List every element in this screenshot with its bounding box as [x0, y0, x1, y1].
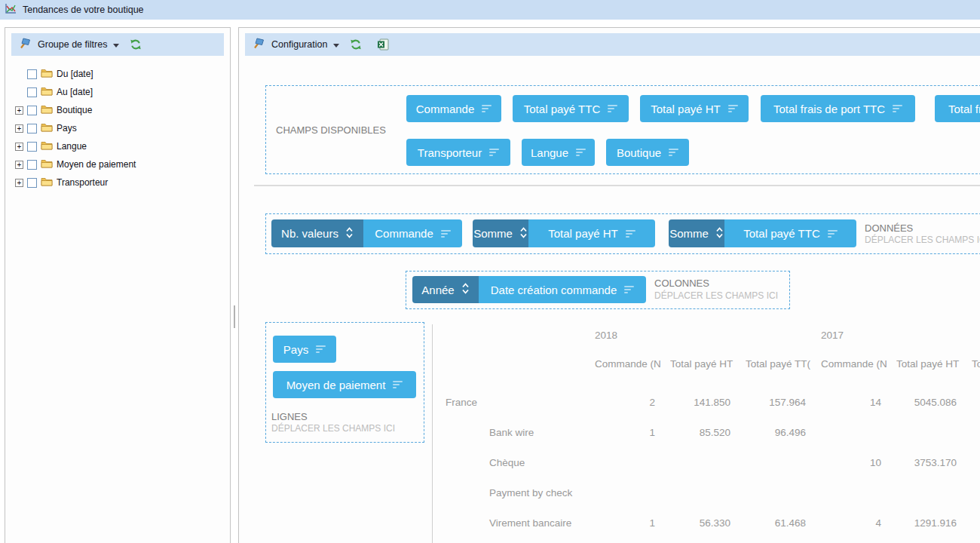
- checkbox[interactable]: [27, 87, 37, 97]
- field-button-boutique[interactable]: Boutique: [606, 139, 689, 166]
- filter-icon[interactable]: [828, 230, 838, 238]
- filter-icon[interactable]: [482, 105, 492, 112]
- filter-icon[interactable]: [316, 345, 326, 353]
- field-segment[interactable]: Total payé HT: [528, 219, 655, 247]
- tree-item-label[interactable]: Moyen de paiement: [57, 159, 136, 170]
- pivot-col-header[interactable]: Commande (N: [821, 358, 896, 370]
- filter-icon[interactable]: [576, 149, 586, 156]
- aggregation-segment[interactable]: Somme: [473, 219, 528, 247]
- checkbox[interactable]: [27, 160, 37, 170]
- aggregation-label: Nb. valeurs: [281, 227, 338, 240]
- filter-icon[interactable]: [489, 149, 499, 156]
- pivot-row-label[interactable]: France: [433, 388, 595, 418]
- pivot-row-label[interactable]: Bank wire: [433, 418, 595, 448]
- field-segment[interactable]: Total payé TTC: [724, 219, 856, 247]
- row-field-pays[interactable]: Pays: [273, 336, 336, 363]
- tree-item-label[interactable]: Du [date]: [57, 69, 93, 79]
- excel-export-button[interactable]: [377, 38, 389, 51]
- pivot-cell: [821, 478, 896, 508]
- column-field-date-creation[interactable]: Année Date création commande: [412, 276, 646, 303]
- filter-icon[interactable]: [441, 230, 451, 238]
- pivot-cell: 141.850: [670, 388, 746, 418]
- tree-item-transporteur[interactable]: Transporteur: [15, 174, 108, 191]
- filters-panel-header: Groupe de filtres: [11, 33, 224, 56]
- pivot-col-header[interactable]: Total payé TT(: [746, 358, 821, 370]
- measure-commande[interactable]: Nb. valeurs Commande: [271, 219, 462, 247]
- tree-item-label[interactable]: Boutique: [57, 105, 92, 115]
- tree-item-au-date[interactable]: Au [date]: [27, 84, 93, 100]
- refresh-icon[interactable]: [350, 38, 362, 51]
- field-button-transporteur[interactable]: Transporteur: [406, 139, 510, 166]
- filter-icon[interactable]: [393, 381, 403, 388]
- sort-updown-icon[interactable]: [345, 226, 354, 241]
- field-button-langue[interactable]: Langue: [522, 139, 595, 166]
- filter-icon[interactable]: [624, 286, 634, 293]
- sort-updown-icon[interactable]: [715, 226, 724, 241]
- field-segment[interactable]: Commande: [363, 219, 462, 247]
- aggregation-segment[interactable]: Somme: [669, 219, 724, 247]
- chevron-down-icon[interactable]: [333, 44, 339, 48]
- pivot-year-group[interactable]: 2017: [821, 330, 844, 341]
- checkbox[interactable]: [27, 124, 37, 133]
- tree-item-label[interactable]: Langue: [57, 141, 87, 152]
- field-button-total-frais-clipped[interactable]: Total fra: [935, 95, 980, 122]
- refresh-icon[interactable]: [130, 38, 142, 51]
- folder-icon: [41, 158, 53, 170]
- pivot-year-group[interactable]: 2018: [595, 330, 617, 341]
- pivot-cell: [896, 478, 972, 508]
- tree-item-du-date[interactable]: Du [date]: [27, 66, 93, 82]
- expand-icon[interactable]: [15, 179, 23, 187]
- columns-zone-label: COLONNES: [654, 278, 709, 289]
- field-button-label: Total frais de port TTC: [773, 103, 885, 115]
- filter-icon[interactable]: [626, 230, 635, 238]
- field-button-total-paye-ttc[interactable]: Total payé TTC: [513, 95, 629, 122]
- tree-item-boutique[interactable]: Boutique: [15, 102, 92, 118]
- pivot-col-header[interactable]: Total payé HT: [670, 358, 746, 370]
- folder-icon: [41, 176, 53, 189]
- pivot-col-header[interactable]: To: [972, 358, 980, 370]
- field-button-total-paye-ht[interactable]: Total payé HT: [640, 95, 749, 122]
- tree-item-label[interactable]: Transporteur: [57, 177, 108, 188]
- aggregation-segment[interactable]: Année: [412, 276, 479, 303]
- measure-total-paye-ht[interactable]: Somme Total payé HT: [473, 219, 655, 247]
- aggregation-label: Somme: [473, 227, 513, 240]
- field-button-total-frais-de-port-ttc[interactable]: Total frais de port TTC: [761, 95, 915, 122]
- tree-item-pays[interactable]: Pays: [15, 120, 77, 137]
- field-button-commande[interactable]: Commande: [406, 95, 501, 122]
- aggregation-segment[interactable]: Nb. valeurs: [271, 219, 363, 247]
- expand-icon[interactable]: [15, 124, 23, 133]
- pivot-row-label[interactable]: Virement bancaire: [433, 508, 595, 538]
- tree-item-moyen-de-paiement[interactable]: Moyen de paiement: [15, 156, 136, 173]
- field-label: Commande: [375, 227, 433, 240]
- pivot-cell: 1: [595, 418, 670, 448]
- expand-icon[interactable]: [15, 143, 23, 151]
- pivot-row-label[interactable]: Payment by check: [433, 478, 595, 508]
- checkbox[interactable]: [27, 69, 37, 79]
- row-field-moyen-de-paiement[interactable]: Moyen de paiement: [273, 371, 416, 398]
- sort-updown-icon[interactable]: [519, 226, 528, 241]
- pivot-row-label[interactable]: Chèque: [433, 448, 595, 478]
- checkbox[interactable]: [27, 106, 37, 115]
- expand-icon[interactable]: [15, 106, 23, 115]
- expand-icon[interactable]: [15, 161, 23, 169]
- sort-updown-icon[interactable]: [461, 282, 470, 297]
- tree-item-langue[interactable]: Langue: [15, 138, 87, 155]
- field-label: Total payé TTC: [743, 227, 819, 240]
- panel-splitter[interactable]: [234, 305, 235, 328]
- chevron-down-icon[interactable]: [113, 44, 119, 48]
- pivot-col-header[interactable]: Commande (N: [595, 358, 670, 370]
- pivot-col-header[interactable]: Total payé HT: [896, 358, 972, 370]
- checkbox[interactable]: [27, 178, 37, 188]
- filter-icon[interactable]: [669, 149, 678, 156]
- pivot-cell: 1: [595, 508, 670, 538]
- measure-total-paye-ttc[interactable]: Somme Total payé TTC: [669, 219, 856, 247]
- filter-icon[interactable]: [728, 105, 738, 112]
- tree-item-label[interactable]: Pays: [57, 123, 77, 133]
- filter-icon[interactable]: [608, 105, 617, 112]
- available-fields-zone-label: CHAMPS DISPONIBLES: [276, 124, 386, 136]
- field-segment[interactable]: Date création commande: [479, 276, 646, 303]
- checkbox[interactable]: [27, 142, 37, 152]
- pivot-row-virement-bancaire: Virement bancaire 1 56.330 61.468 4 1291…: [433, 508, 980, 538]
- filter-icon[interactable]: [893, 105, 902, 112]
- tree-item-label[interactable]: Au [date]: [57, 87, 93, 97]
